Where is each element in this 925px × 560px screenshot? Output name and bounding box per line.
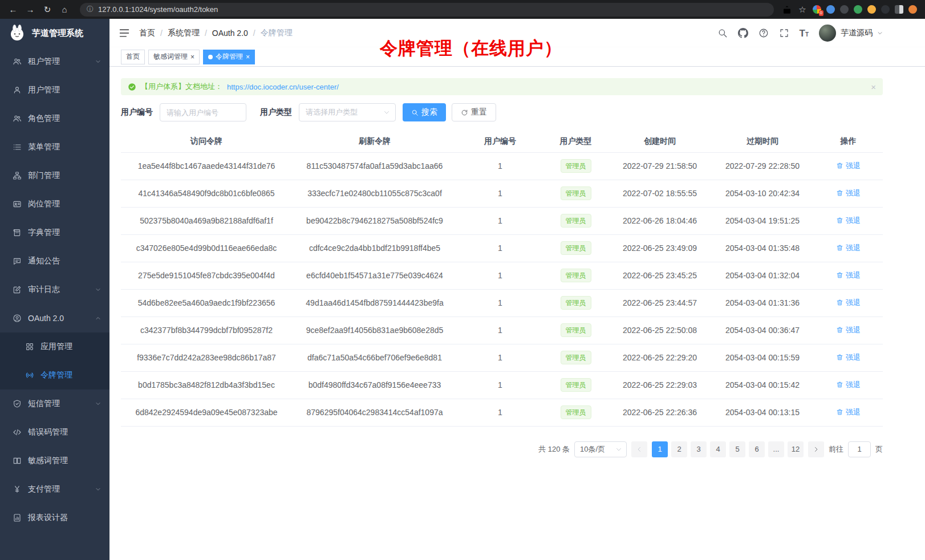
reader-split-icon[interactable] xyxy=(895,5,903,14)
browser-address-bar[interactable]: ⓘ 127.0.0.1:1024/system/oauth2/token xyxy=(80,3,774,17)
user-type-select[interactable]: 请选择用户类型 xyxy=(299,103,396,121)
message-icon xyxy=(13,257,22,266)
sidebar-item-label: 用户管理 xyxy=(28,85,60,95)
user-type-cell: 管理员 xyxy=(543,399,608,426)
force-logout-button[interactable]: 强退 xyxy=(836,407,861,417)
sidebar-item-tenant[interactable]: 租户管理 xyxy=(0,47,109,76)
force-logout-button[interactable]: 强退 xyxy=(836,270,861,281)
table-row: 41c41346a548490f9dc8b01c6bfe0865333ecfc7… xyxy=(121,180,883,207)
shield-icon xyxy=(13,399,22,408)
force-logout-button[interactable]: 强退 xyxy=(836,298,861,308)
force-logout-button[interactable]: 强退 xyxy=(836,352,861,363)
fullscreen-icon[interactable] xyxy=(779,28,789,38)
pagination: 共 120 条 10条/页 123456...12 前往 页 xyxy=(121,441,883,469)
tab-令牌管理[interactable]: 令牌管理× xyxy=(203,50,255,64)
browser-reload-button[interactable]: ↻ xyxy=(40,2,55,17)
force-logout-button[interactable]: 强退 xyxy=(836,243,861,253)
hamburger-icon[interactable] xyxy=(119,27,130,39)
user-id-cell: 1 xyxy=(457,234,543,262)
trash-icon xyxy=(836,217,843,224)
sidebar-item-menu[interactable]: 菜单管理 xyxy=(0,133,109,161)
sidebar-menu: 租户管理用户管理角色管理菜单管理部门管理岗位管理字典管理通知公告审计日志OAut… xyxy=(0,47,109,532)
action-cell: 强退 xyxy=(814,180,883,207)
pagination-page-3[interactable]: 3 xyxy=(691,441,707,457)
table-row: 502375b8040a469a9b82188afdf6af1fbe90422b… xyxy=(121,207,883,234)
pagination-more-button[interactable]: ... xyxy=(768,441,784,457)
force-logout-button[interactable]: 强退 xyxy=(836,216,861,226)
trash-icon xyxy=(836,381,843,388)
user-type-tag: 管理员 xyxy=(561,269,591,282)
force-logout-button[interactable]: 强退 xyxy=(836,325,861,335)
extension-pixel-icon[interactable]: 0 xyxy=(813,5,821,14)
tab-敏感词管理[interactable]: 敏感词管理× xyxy=(148,50,200,64)
search-button[interactable]: 搜索 xyxy=(403,103,446,121)
created-time-cell: 2022-06-25 22:29:20 xyxy=(608,344,711,371)
bookmark-star-icon[interactable]: ☆ xyxy=(797,5,808,15)
sidebar-item-audit-log[interactable]: 审计日志 xyxy=(0,275,109,304)
browser-home-button[interactable]: ⌂ xyxy=(57,2,72,17)
github-icon[interactable] xyxy=(738,28,748,38)
tab-close-icon[interactable]: × xyxy=(190,54,194,60)
browser-back-button[interactable]: ← xyxy=(6,2,21,17)
force-logout-button[interactable]: 强退 xyxy=(836,188,861,198)
tab-close-icon[interactable]: × xyxy=(246,54,250,60)
goto-page-input[interactable] xyxy=(848,441,871,457)
created-time-cell: 2022-06-25 23:45:25 xyxy=(608,262,711,289)
site-info-icon[interactable]: ⓘ xyxy=(87,5,94,14)
user-menu[interactable]: 芋道源码 xyxy=(819,25,883,42)
pagination-next-button[interactable] xyxy=(808,441,824,457)
sidebar-item-token[interactable]: 令牌管理 xyxy=(0,361,109,389)
chevron-down-icon xyxy=(95,58,102,65)
sidebar-item-role[interactable]: 角色管理 xyxy=(0,104,109,133)
extension-multicolor-icon[interactable] xyxy=(867,5,876,14)
sidebar-item-dict[interactable]: 字典管理 xyxy=(0,218,109,247)
page-size-select[interactable]: 10条/页 xyxy=(574,441,627,457)
share-icon[interactable] xyxy=(782,5,792,15)
pagination-page-1[interactable]: 1 xyxy=(652,441,668,457)
font-size-icon[interactable]: TT xyxy=(800,29,809,38)
extension-green-icon[interactable] xyxy=(854,5,862,14)
sidebar-item-post[interactable]: 岗位管理 xyxy=(0,190,109,218)
force-logout-button[interactable]: 强退 xyxy=(836,161,861,171)
breadcrumb-item[interactable]: 系统管理 xyxy=(168,28,200,38)
column-header: 创建时间 xyxy=(608,131,711,152)
created-time-cell: 2022-06-25 22:26:36 xyxy=(608,399,711,426)
reset-button[interactable]: 重置 xyxy=(452,103,496,121)
tab-首页[interactable]: 首页 xyxy=(121,50,145,64)
pagination-page-12[interactable]: 12 xyxy=(788,441,804,457)
browser-forward-button[interactable]: → xyxy=(23,2,38,17)
extension-blue-icon[interactable] xyxy=(826,5,835,14)
breadcrumb-item[interactable]: 首页 xyxy=(139,28,155,38)
sidebar-item-app[interactable]: 应用管理 xyxy=(0,332,109,361)
expire-time-cell: 2022-07-29 22:28:50 xyxy=(711,152,814,180)
sidebar-item-dept[interactable]: 部门管理 xyxy=(0,161,109,190)
pagination-prev-button[interactable] xyxy=(631,441,647,457)
extension-dark-icon[interactable] xyxy=(840,5,849,14)
force-logout-button[interactable]: 强退 xyxy=(836,380,861,390)
pagination-page-4[interactable]: 4 xyxy=(710,441,726,457)
sidebar-item-oauth2[interactable]: OAuth 2.0 xyxy=(0,304,109,332)
sidebar-item-report[interactable]: 报表设计器 xyxy=(0,504,109,532)
sidebar-item-pay[interactable]: 支付管理 xyxy=(0,475,109,504)
sidebar-item-notice[interactable]: 通知公告 xyxy=(0,247,109,275)
pagination-page-6[interactable]: 6 xyxy=(749,441,765,457)
breadcrumb-item[interactable]: OAuth 2.0 xyxy=(212,29,248,38)
sidebar-item-sms[interactable]: 短信管理 xyxy=(0,389,109,418)
help-icon[interactable] xyxy=(758,28,769,38)
book-icon xyxy=(13,228,22,237)
alert-close-icon[interactable]: × xyxy=(871,82,876,92)
access-token-cell: 54d6be82ee5a460a9aedc1f9bf223656 xyxy=(121,289,292,316)
app-logo[interactable]: 芋道管理系统 xyxy=(0,19,109,47)
search-icon[interactable] xyxy=(717,28,728,38)
pagination-page-2[interactable]: 2 xyxy=(671,441,687,457)
sidebar-item-sensitive-word[interactable]: 敏感词管理 xyxy=(0,447,109,475)
user-id-input[interactable] xyxy=(160,103,246,121)
extension-dark2-icon[interactable] xyxy=(881,5,890,14)
profile-avatar-icon[interactable] xyxy=(908,5,917,14)
pagination-page-5[interactable]: 5 xyxy=(729,441,745,457)
sidebar-item-user[interactable]: 用户管理 xyxy=(0,76,109,104)
doc-link[interactable]: https://doc.iocoder.cn/user-center/ xyxy=(227,83,339,91)
trash-icon xyxy=(836,299,843,306)
sidebar-item-error-code[interactable]: 错误码管理 xyxy=(0,418,109,447)
trash-icon xyxy=(836,244,843,251)
